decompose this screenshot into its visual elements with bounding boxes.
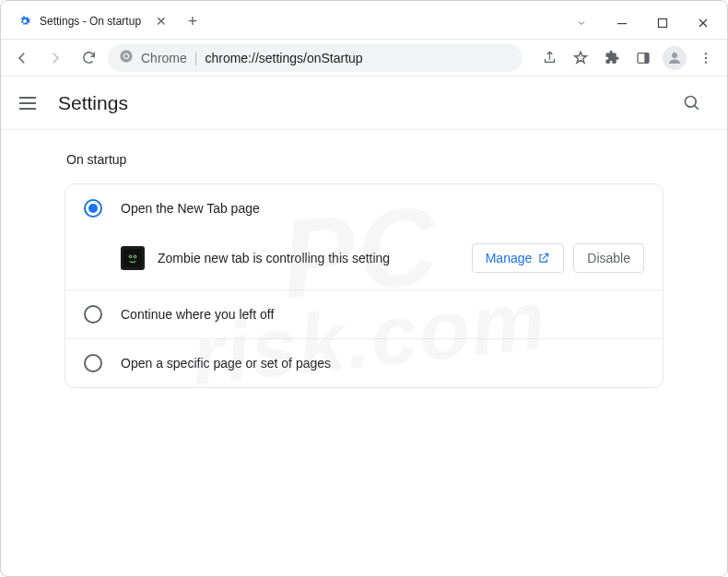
browser-toolbar: Chrome | chrome://settings/onStartup (1, 40, 727, 77)
svg-point-15 (130, 256, 132, 258)
close-tab-icon[interactable]: ✕ (156, 14, 167, 29)
radio-unselected[interactable] (84, 305, 102, 324)
extension-icon (121, 246, 145, 270)
tab-title: Settings - On startup (40, 15, 141, 28)
option-specific-pages[interactable]: Open a specific page or set of pages (65, 339, 663, 387)
svg-point-11 (686, 96, 697, 107)
minimize-button[interactable] (602, 8, 642, 38)
close-window-button[interactable] (683, 8, 723, 38)
new-tab-button[interactable]: + (180, 8, 205, 34)
svg-rect-6 (644, 53, 649, 63)
window-controls (561, 6, 727, 39)
svg-rect-0 (617, 23, 627, 24)
extension-actions: Manage Disable (472, 243, 644, 273)
search-settings-icon[interactable] (675, 87, 709, 120)
maximize-button[interactable] (642, 8, 683, 38)
share-icon[interactable] (535, 44, 563, 72)
manage-button[interactable]: Manage (472, 243, 565, 273)
startup-options-card: Open the New Tab page Zombie new tab is … (65, 183, 663, 388)
titlebar: Settings - On startup ✕ + (1, 1, 727, 40)
disable-button[interactable]: Disable (573, 243, 644, 273)
option-continue[interactable]: Continue where you left off (65, 290, 663, 338)
svg-point-7 (672, 53, 677, 58)
settings-header: Settings (1, 77, 727, 130)
reload-button[interactable] (75, 44, 102, 72)
option-label: Open a specific page or set of pages (121, 356, 331, 371)
radio-selected[interactable] (84, 199, 102, 218)
address-bar[interactable]: Chrome | chrome://settings/onStartup (108, 44, 523, 72)
back-button[interactable] (8, 44, 36, 72)
sidepanel-icon[interactable] (629, 44, 657, 72)
profile-avatar[interactable] (661, 44, 688, 72)
url-path: chrome://settings/onStartup (205, 51, 362, 65)
open-external-icon (537, 252, 550, 265)
settings-main: On startup Open the New Tab page Zombie … (1, 130, 727, 388)
svg-point-16 (135, 256, 136, 258)
chrome-logo-icon (119, 49, 134, 66)
svg-point-9 (705, 56, 707, 58)
page-title: Settings (58, 92, 128, 114)
svg-point-8 (705, 53, 707, 54)
option-new-tab[interactable]: Open the New Tab page (65, 184, 663, 232)
svg-rect-12 (123, 249, 142, 267)
extension-message: Zombie new tab is controlling this setti… (158, 251, 390, 265)
extensions-puzzle-icon[interactable] (598, 44, 626, 72)
url-prefix: Chrome (141, 51, 187, 65)
svg-rect-1 (659, 18, 667, 27)
toolbar-right (535, 44, 720, 72)
hamburger-menu-icon[interactable] (19, 97, 41, 110)
svg-point-10 (705, 61, 707, 63)
kebab-menu-icon[interactable] (692, 44, 720, 72)
extension-notice: Zombie new tab is controlling this setti… (65, 232, 663, 290)
svg-point-4 (124, 54, 128, 58)
forward-button[interactable] (41, 44, 69, 72)
option-label: Open the New Tab page (121, 201, 260, 216)
settings-gear-icon (18, 14, 32, 29)
browser-tab[interactable]: Settings - On startup ✕ (8, 6, 176, 36)
option-label: Continue where you left off (121, 307, 274, 322)
section-label: On startup (65, 152, 663, 167)
radio-unselected[interactable] (84, 354, 102, 372)
chevron-down-icon[interactable] (561, 8, 602, 38)
bookmark-star-icon[interactable] (567, 44, 594, 72)
